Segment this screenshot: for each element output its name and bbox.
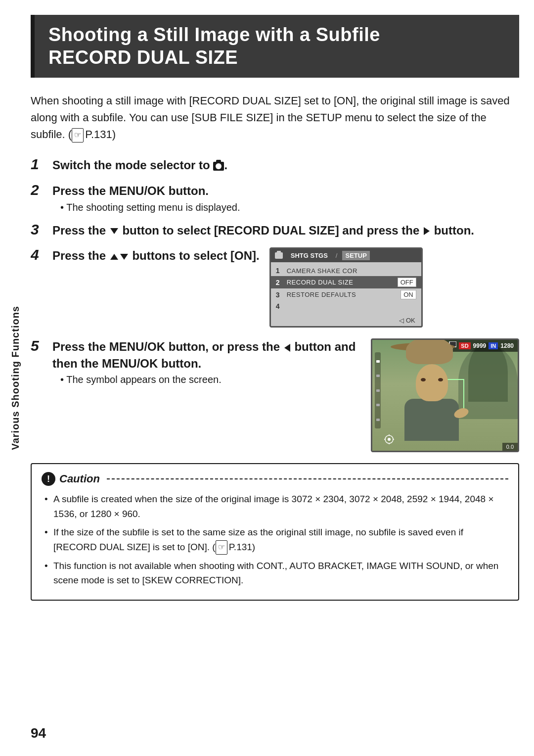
screen-row-3: 3 RESTORE DEFAULTS ON <box>271 288 421 301</box>
caution-header: ! Caution <box>42 472 508 486</box>
caution-dashes <box>107 478 508 479</box>
viewfinder-footer: 0.0 <box>502 443 518 451</box>
step-3-content: Press the button to select [RECORD DUAL … <box>52 222 519 239</box>
step-4-title: Press the buttons to select [ON]. <box>52 247 260 264</box>
caution-title: Caution <box>59 472 100 485</box>
screen-header: SHTG STGS / SETUP <box>271 249 421 262</box>
gps-icon <box>383 434 395 448</box>
step-4-image: SHTG STGS / SETUP 1 CAMERA SHAKE COR 2 <box>269 247 423 328</box>
camera-screen-mockup: SHTG STGS / SETUP 1 CAMERA SHAKE COR 2 <box>269 247 423 328</box>
sd-badge: SD <box>459 342 470 349</box>
arrow-down-icon <box>110 228 118 234</box>
step-4-content-wrapper: Press the buttons to select [ON]. SHTG S… <box>52 247 423 328</box>
page-container: Various Shooting Functions Shooting a St… <box>0 0 534 756</box>
exposure-bar <box>375 352 381 428</box>
screen-row-1: 1 CAMERA SHAKE COR <box>271 265 421 276</box>
sidebar-text-wrapper: Various Shooting Functions <box>10 284 21 472</box>
step-5-content: Press the MENU/OK button, or press the b… <box>52 338 361 385</box>
step-4-text: Press the buttons to select [ON]. <box>52 247 260 264</box>
step-5-row: 5 Press the MENU/OK button, or press the… <box>31 338 519 452</box>
step-1-number: 1 <box>31 156 52 173</box>
page-title: Shooting a Still Image with a Subfile RE… <box>48 24 505 69</box>
screen-tab-setup: SETUP <box>342 251 369 260</box>
screen-menu: 1 CAMERA SHAKE COR 2 RECORD DUAL SIZE OF… <box>271 262 421 315</box>
caution-bullet-3: This function is not available when shoo… <box>42 559 508 588</box>
step-5-title: Press the MENU/OK button, or press the b… <box>52 338 361 372</box>
step-5-image: SD 9999 IN 1280 0.0 <box>371 338 519 452</box>
page-number: 94 <box>31 725 46 741</box>
viewfinder-mockup: SD 9999 IN 1280 0.0 <box>371 338 519 452</box>
step-2-title: Press the MENU/OK button. <box>52 183 519 199</box>
caution-icon: ! <box>42 472 55 486</box>
ref-icon: ☞ <box>72 128 84 142</box>
step-2: 2 Press the MENU/OK button. The shooting… <box>31 183 519 213</box>
caution-bullet-2: If the size of the subfile is set to the… <box>42 525 508 555</box>
step-5-number: 5 <box>31 337 52 354</box>
caution-bullet-1: A subfile is created when the size of th… <box>42 492 508 521</box>
screen-row-4: 4 <box>271 301 421 312</box>
off-value: OFF <box>398 278 416 287</box>
step-2-content: Press the MENU/OK button. The shooting s… <box>52 183 519 213</box>
in-badge: IN <box>489 342 498 349</box>
step-2-sub: The shooting setting menu is displayed. <box>60 202 519 213</box>
step-3-title: Press the button to select [RECORD DUAL … <box>52 222 519 239</box>
step-4-number: 4 <box>31 246 52 263</box>
step-3-number: 3 <box>31 221 52 238</box>
arrow-left-icon <box>284 344 290 352</box>
resolution: 1280 <box>500 342 514 349</box>
camera-small-icon <box>275 252 283 259</box>
caution-box: ! Caution A subfile is created when the … <box>31 463 519 601</box>
sidebar: Various Shooting Functions <box>0 0 31 756</box>
svg-point-3 <box>388 438 391 441</box>
main-content: Shooting a Still Image with a Subfile RE… <box>31 0 519 601</box>
step-1: 1 Switch the mode selector to . <box>31 157 519 174</box>
intro-paragraph: When shooting a still image with [RECORD… <box>31 93 519 143</box>
frame-count: 9999 <box>473 342 487 349</box>
arrow-up-icon <box>110 254 118 260</box>
step-3: 3 Press the button to select [RECORD DUA… <box>31 222 519 239</box>
screen-row-2: 2 RECORD DUAL SIZE OFF <box>271 276 421 288</box>
arrow-down2-icon <box>120 254 128 260</box>
sidebar-label: Various Shooting Functions <box>10 306 21 450</box>
ref-icon-2: ☞ <box>216 540 227 555</box>
step-5-sub: The symbol appears on the screen. <box>60 374 361 385</box>
step-4-row: 4 Press the buttons to select [ON]. <box>31 247 519 328</box>
step-1-content: Switch the mode selector to . <box>52 157 519 174</box>
step-2-number: 2 <box>31 182 52 198</box>
screen-footer: ◁ OK <box>271 315 421 326</box>
screen-tab-shtg: SHTG STGS <box>288 251 331 260</box>
on-value: ON <box>400 290 416 299</box>
page-header: Shooting a Still Image with a Subfile RE… <box>31 15 519 78</box>
step-1-title: Switch the mode selector to . <box>52 157 519 174</box>
arrow-right-icon <box>424 227 430 235</box>
